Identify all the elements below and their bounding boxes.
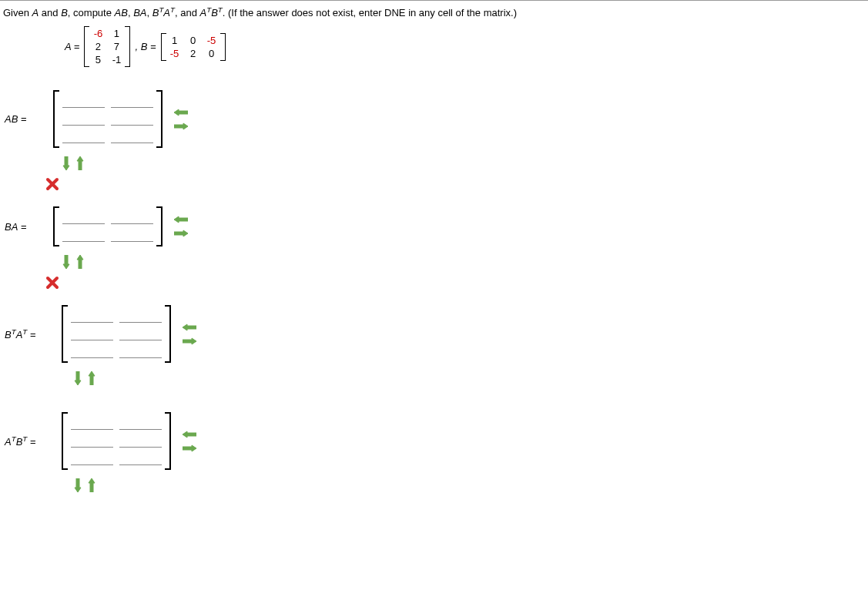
svg-marker-9 bbox=[77, 255, 83, 269]
remove-row-button[interactable] bbox=[86, 478, 97, 493]
remove-column-button[interactable] bbox=[182, 429, 197, 440]
svg-marker-2 bbox=[63, 156, 69, 170]
add-column-button[interactable] bbox=[182, 336, 197, 347]
given-matrices: A = -61 27 5-1 , B = 10-5 -520 bbox=[3, 26, 865, 67]
btat-cell-2-1[interactable] bbox=[119, 345, 162, 358]
svg-marker-3 bbox=[77, 156, 83, 170]
add-row-button[interactable] bbox=[61, 156, 72, 171]
answer-btat-label: BTAT = bbox=[3, 327, 54, 340]
remove-row-button[interactable] bbox=[75, 254, 85, 270]
svg-marker-8 bbox=[63, 255, 69, 269]
svg-marker-17 bbox=[183, 445, 196, 451]
matrix-b-label: , B = bbox=[135, 41, 156, 52]
ab-cell-0-0[interactable] bbox=[62, 95, 105, 108]
remove-column-button[interactable] bbox=[173, 214, 189, 225]
ba-cell-0-0[interactable] bbox=[62, 211, 105, 224]
ba-cell-0-1[interactable] bbox=[111, 211, 153, 224]
atbt-cell-0-0[interactable] bbox=[71, 417, 113, 430]
matrix-a: -61 27 5-1 bbox=[84, 26, 130, 67]
svg-marker-14 bbox=[75, 371, 81, 385]
atbt-cell-1-1[interactable] bbox=[119, 434, 162, 448]
remove-row-button[interactable] bbox=[75, 156, 85, 171]
svg-marker-7 bbox=[174, 230, 188, 236]
answer-ba-matrix bbox=[53, 206, 163, 246]
incorrect-icon bbox=[45, 177, 865, 191]
ab-cell-1-0[interactable] bbox=[62, 112, 105, 126]
atbt-cell-2-1[interactable] bbox=[119, 452, 162, 465]
remove-column-button[interactable] bbox=[182, 322, 197, 333]
remove-row-button[interactable] bbox=[86, 371, 97, 386]
svg-marker-18 bbox=[75, 478, 81, 492]
svg-marker-16 bbox=[183, 431, 196, 438]
atbt-cell-2-0[interactable] bbox=[71, 452, 113, 465]
add-row-button[interactable] bbox=[61, 254, 72, 270]
question-prompt: Given A and B, compute AB, BA, BTAT, and… bbox=[3, 4, 865, 26]
ba-cell-1-0[interactable] bbox=[62, 229, 105, 242]
answer-ab-label: AB = bbox=[3, 113, 45, 125]
ab-cell-2-1[interactable] bbox=[111, 130, 153, 143]
answer-btat-row: BTAT = bbox=[3, 305, 865, 363]
incorrect-icon bbox=[45, 276, 865, 290]
ab-cell-1-1[interactable] bbox=[111, 112, 153, 126]
add-column-button[interactable] bbox=[182, 443, 197, 454]
add-column-button[interactable] bbox=[173, 228, 189, 239]
ab-cell-2-0[interactable] bbox=[62, 130, 105, 143]
ab-cell-0-1[interactable] bbox=[111, 95, 153, 108]
btat-cell-0-1[interactable] bbox=[119, 310, 162, 323]
btat-cell-2-0[interactable] bbox=[71, 345, 113, 358]
svg-marker-1 bbox=[174, 123, 188, 129]
btat-cell-1-0[interactable] bbox=[71, 327, 113, 340]
svg-marker-19 bbox=[89, 478, 95, 492]
matrix-a-label: A = bbox=[65, 41, 79, 52]
matrix-b: 10-5 -520 bbox=[161, 33, 226, 61]
add-row-button[interactable] bbox=[72, 478, 83, 493]
answer-ba-label: BA = bbox=[3, 221, 45, 233]
answer-atbt-matrix bbox=[62, 412, 171, 470]
ba-cell-1-1[interactable] bbox=[111, 229, 153, 242]
btat-cell-0-0[interactable] bbox=[71, 310, 113, 323]
answer-ab-row: AB = bbox=[3, 90, 865, 148]
svg-marker-13 bbox=[183, 338, 196, 344]
svg-marker-15 bbox=[89, 371, 95, 385]
answer-ba-row: BA = bbox=[3, 206, 865, 246]
remove-column-button[interactable] bbox=[173, 107, 189, 118]
atbt-cell-0-1[interactable] bbox=[119, 417, 162, 430]
btat-cell-1-1[interactable] bbox=[119, 327, 162, 340]
answer-btat-matrix bbox=[62, 305, 171, 363]
svg-marker-0 bbox=[174, 109, 188, 116]
svg-marker-6 bbox=[174, 216, 188, 223]
answer-atbt-label: ATBT = bbox=[3, 434, 54, 448]
add-row-button[interactable] bbox=[72, 371, 83, 386]
svg-marker-12 bbox=[183, 324, 196, 330]
atbt-cell-1-0[interactable] bbox=[71, 434, 113, 448]
answer-ab-matrix bbox=[53, 90, 163, 148]
answer-atbt-row: ATBT = bbox=[3, 412, 865, 470]
add-column-button[interactable] bbox=[173, 121, 189, 132]
